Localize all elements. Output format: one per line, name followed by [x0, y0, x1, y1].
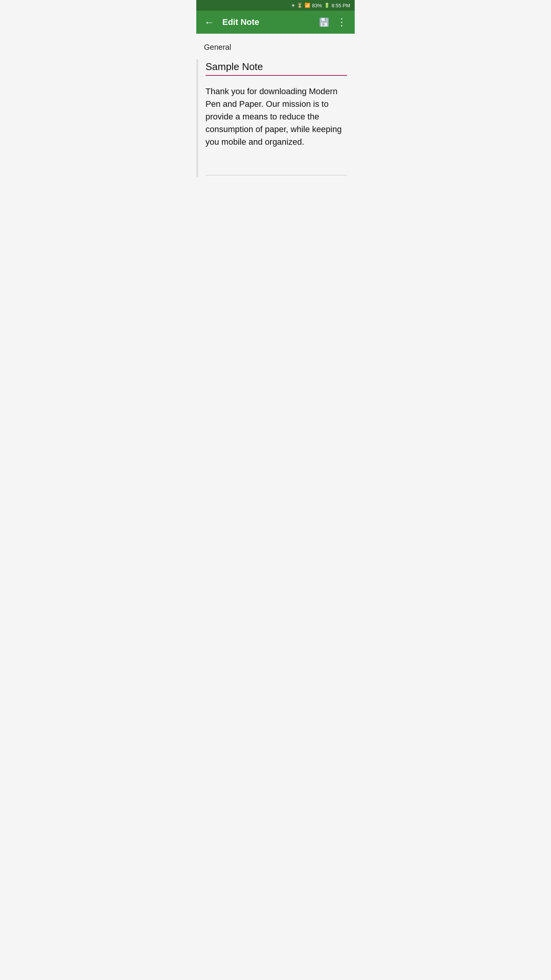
battery-text: 83% [312, 3, 322, 8]
time-text: 8:55 PM [332, 3, 350, 8]
signal-icon: 📶 [305, 3, 310, 8]
back-arrow-icon: ← [204, 16, 214, 28]
alarm-icon: ⏳ [297, 3, 303, 8]
save-button[interactable] [316, 15, 332, 30]
content-area: General [196, 34, 355, 185]
note-body-container [205, 83, 347, 177]
category-label: General [204, 43, 347, 52]
note-section [204, 59, 347, 177]
note-title-container [205, 59, 347, 76]
bluetooth-icon: ∗ [291, 3, 295, 8]
svg-rect-2 [325, 18, 326, 21]
svg-rect-4 [322, 23, 325, 26]
note-title-input[interactable] [205, 59, 347, 76]
status-bar: ∗ ⏳ 📶 83% 🔋 8:55 PM [196, 0, 355, 11]
app-bar-actions: ⋮ [316, 15, 349, 30]
more-options-icon: ⋮ [337, 17, 347, 27]
status-icons: ∗ ⏳ 📶 83% 🔋 8:55 PM [291, 3, 350, 8]
more-options-button[interactable]: ⋮ [335, 15, 349, 29]
page-title: Edit Note [222, 17, 310, 27]
save-icon [319, 17, 329, 28]
app-bar: ← Edit Note ⋮ [196, 11, 355, 34]
battery-icon: 🔋 [324, 3, 330, 8]
note-body-textarea[interactable] [205, 83, 347, 175]
back-button[interactable]: ← [202, 15, 216, 29]
left-accent-bar [196, 59, 198, 177]
